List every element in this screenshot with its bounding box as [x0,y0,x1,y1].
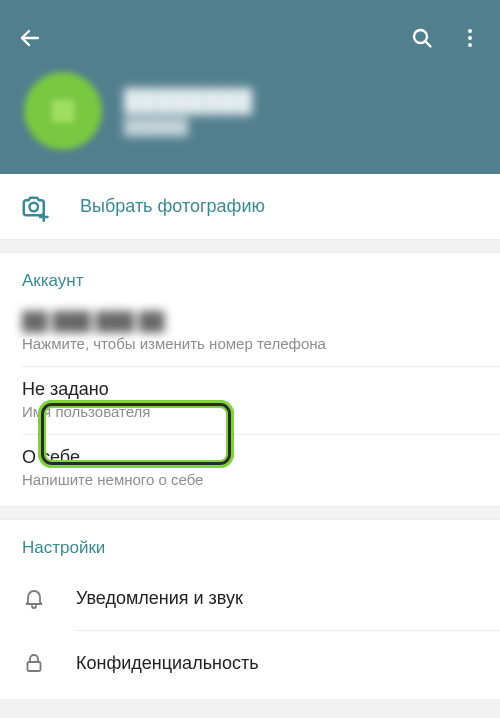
settings-item-label: Уведомления и звук [76,588,243,609]
more-button[interactable] [446,14,494,62]
settings-section: Настройки Уведомления и звук Конфиденциа… [0,520,500,699]
username-value: Не задано [22,379,478,400]
settings-header: Настройки [0,520,500,566]
avatar[interactable] [24,72,102,150]
username-row[interactable]: Не задано Имя пользователя [0,367,500,434]
settings-item-privacy[interactable]: Конфиденциальность [0,631,500,695]
bio-value: О себе [22,447,478,468]
profile-name: ████████ [124,88,253,114]
back-button[interactable] [6,14,54,62]
svg-point-5 [468,43,472,47]
bio-hint: Напишите немного о себе [22,471,478,488]
phone-row[interactable]: ██ ███ ███ ██ Нажмите, чтобы изменить но… [0,299,500,366]
choose-photo-row[interactable]: Выбрать фотографию [0,174,500,239]
search-icon [410,26,434,50]
svg-point-4 [468,36,472,40]
username-hint: Имя пользователя [22,403,478,420]
svg-rect-9 [28,662,41,671]
lock-icon [22,651,46,675]
phone-value: ██ ███ ███ ██ [22,311,478,332]
arrow-left-icon [18,26,42,50]
settings-item-label: Конфиденциальность [76,653,259,674]
account-header: Аккаунт [0,253,500,299]
phone-hint: Нажмите, чтобы изменить номер телефона [22,335,478,352]
choose-photo-label: Выбрать фотографию [80,196,265,217]
settings-item-notifications[interactable]: Уведомления и звук [0,566,500,630]
bell-icon [22,586,46,610]
search-button[interactable] [398,14,446,62]
svg-point-6 [30,202,39,211]
svg-point-3 [468,29,472,33]
app-header: ████████ ██████ [0,0,500,174]
camera-add-icon [20,192,50,222]
more-vertical-icon [458,26,482,50]
profile-status: ██████ [124,118,253,135]
svg-line-2 [425,41,430,46]
account-section: Аккаунт ██ ███ ███ ██ Нажмите, чтобы изм… [0,253,500,506]
bio-row[interactable]: О себе Напишите немного о себе [0,435,500,502]
